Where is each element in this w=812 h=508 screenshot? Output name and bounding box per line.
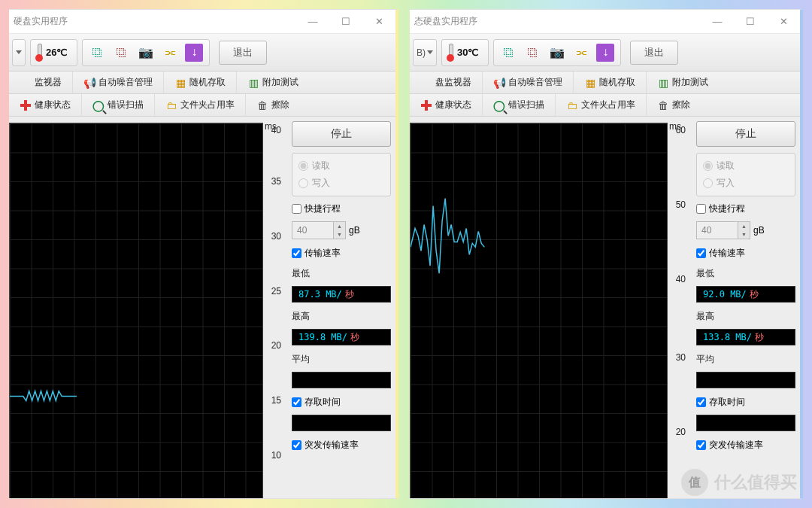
chart: [9, 123, 263, 499]
drive-dropdown[interactable]: B): [413, 39, 437, 66]
toolbar: 26℃ ⿻ ⿻ 📷 ⫘ 退出: [9, 34, 395, 71]
access-time-checkbox[interactable]: 存取时间: [292, 396, 391, 409]
monitor-icon: [20, 77, 32, 89]
tab-noise[interactable]: 📢 自动噪音管理: [483, 71, 574, 93]
tab-errorscan[interactable]: ◯ 错误扫描: [483, 94, 556, 116]
close-button[interactable]: ✕: [362, 11, 395, 32]
tab-random[interactable]: ▦ 随机存取: [574, 71, 647, 93]
tab-label: 监视器: [35, 76, 62, 89]
short-stroke-checkbox[interactable]: 快捷行程: [696, 202, 795, 215]
chart-column: ms 40 35 30 25 20 15 10 5: [9, 117, 287, 499]
tick: 30: [271, 231, 281, 242]
tab-monitor[interactable]: 监视器: [9, 71, 73, 93]
side-panel: 停止 读取 写入 快捷行程 40 ▲▼ gB 传输速率 最低 92.0 MB/秒…: [692, 117, 800, 499]
tab-extra[interactable]: ▥ 附加测试: [237, 71, 309, 93]
camera-icon[interactable]: 📷: [135, 42, 156, 63]
short-stroke-input[interactable]: 40 ▲▼: [292, 221, 346, 239]
tick: 10: [271, 450, 281, 461]
tab-monitor[interactable]: 盘监视器: [410, 71, 483, 93]
download-icon[interactable]: [595, 42, 616, 63]
exit-button[interactable]: 退出: [219, 41, 267, 65]
tab-label: 随机存取: [599, 76, 635, 89]
watermark-badge-icon: 值: [681, 469, 708, 496]
max-value: 133.8 MB/秒: [696, 329, 795, 345]
tab-label: 文件夹占用率: [581, 99, 635, 111]
link-icon[interactable]: ⫘: [571, 42, 592, 63]
tick: 40: [271, 125, 281, 135]
minimize-button[interactable]: —: [296, 11, 329, 32]
avg-value: [292, 372, 391, 388]
tab-row-lower: 健康状态 ◯ 错误扫描 🗀 文件夹占用率 🗑 擦除: [9, 94, 395, 117]
copy-both-icon[interactable]: ⿻: [111, 42, 132, 63]
speaker-icon: 📢: [83, 77, 95, 89]
write-radio[interactable]: 写入: [298, 177, 384, 190]
tab-row-lower: 健康状态 ◯ 错误扫描 🗀 文件夹占用率 🗑 擦除: [410, 94, 800, 117]
burst-rate-checkbox[interactable]: 突发传输速率: [696, 439, 795, 452]
tab-health[interactable]: 健康状态: [9, 94, 82, 116]
tab-label: 附加测试: [262, 76, 298, 89]
tab-noise[interactable]: 📢 自动噪音管理: [73, 71, 164, 93]
thermometer-icon: [447, 44, 454, 62]
chart-column: ms 60 50 40 30 20 10: [410, 117, 692, 499]
access-time-checkbox[interactable]: 存取时间: [696, 396, 795, 409]
close-button[interactable]: ✕: [767, 11, 800, 32]
icon-group: ⿻ ⿻ 📷 ⫘: [493, 39, 621, 66]
stop-button[interactable]: 停止: [696, 121, 795, 147]
folder-icon: 🗀: [165, 99, 177, 111]
min-value: 92.0 MB/秒: [696, 286, 795, 303]
tab-label: 错误扫描: [108, 99, 144, 111]
gb-label: gB: [349, 225, 360, 236]
tab-label: 自动噪音管理: [98, 76, 153, 89]
max-label: 最高: [292, 310, 391, 323]
tab-clear[interactable]: 🗑 擦除: [246, 94, 300, 116]
monitor-icon: [420, 77, 432, 89]
max-label: 最高: [696, 310, 795, 323]
maximize-button[interactable]: ☐: [329, 11, 362, 32]
access-time-value: [696, 415, 795, 431]
stop-button[interactable]: 停止: [292, 121, 391, 147]
tab-folder[interactable]: 🗀 文件夹占用率: [155, 94, 246, 116]
short-stroke-value-row: 40 ▲▼ gB: [696, 221, 795, 239]
temperature-display: 26℃: [30, 39, 77, 66]
min-label: 最低: [292, 267, 391, 280]
window-title: 硬盘实用程序: [14, 15, 68, 28]
short-stroke-input[interactable]: 40 ▲▼: [696, 221, 750, 239]
transfer-rate-checkbox[interactable]: 传输速率: [292, 247, 391, 260]
tab-errorscan[interactable]: ◯ 错误扫描: [82, 94, 155, 116]
temperature-display: 30℃: [441, 39, 489, 66]
tab-random[interactable]: ▦ 随机存取: [164, 71, 237, 93]
tab-label: 文件夹占用率: [180, 99, 235, 111]
tab-label: 健康状态: [35, 99, 71, 111]
chart-line: [10, 123, 262, 499]
tab-clear[interactable]: 🗑 擦除: [647, 94, 701, 116]
tab-folder[interactable]: 🗀 文件夹占用率: [556, 94, 647, 116]
tab-label: 健康状态: [435, 99, 471, 111]
copy-both-icon[interactable]: ⿻: [523, 42, 544, 63]
magnifier-icon: ◯: [493, 99, 505, 111]
short-stroke-checkbox[interactable]: 快捷行程: [292, 202, 391, 215]
tick: 20: [676, 427, 686, 437]
max-value: 139.8 MB/秒: [292, 329, 391, 345]
download-icon[interactable]: [183, 42, 205, 63]
maximize-button[interactable]: ☐: [734, 11, 767, 32]
write-radio[interactable]: 写入: [703, 177, 789, 190]
copy-icon[interactable]: ⿻: [87, 42, 108, 63]
minimize-button[interactable]: —: [701, 11, 734, 32]
spinner[interactable]: ▲▼: [333, 222, 345, 239]
read-radio[interactable]: 读取: [703, 160, 789, 172]
drive-dropdown[interactable]: [12, 39, 26, 66]
link-icon[interactable]: ⫘: [159, 42, 180, 63]
copy-icon[interactable]: ⿻: [498, 42, 520, 63]
tab-extra[interactable]: ▥ 附加测试: [647, 71, 719, 93]
transfer-rate-checkbox[interactable]: 传输速率: [696, 247, 795, 260]
tab-label: 擦除: [271, 99, 289, 111]
avg-label: 平均: [292, 353, 391, 366]
camera-icon[interactable]: 📷: [547, 42, 568, 63]
read-radio[interactable]: 读取: [298, 160, 384, 172]
spinner[interactable]: ▲▼: [738, 222, 750, 239]
min-label: 最低: [696, 267, 795, 280]
tab-health[interactable]: 健康状态: [410, 94, 483, 116]
exit-button[interactable]: 退出: [630, 41, 678, 65]
extra-icon: ▥: [657, 77, 669, 89]
burst-rate-checkbox[interactable]: 突发传输速率: [292, 439, 391, 452]
